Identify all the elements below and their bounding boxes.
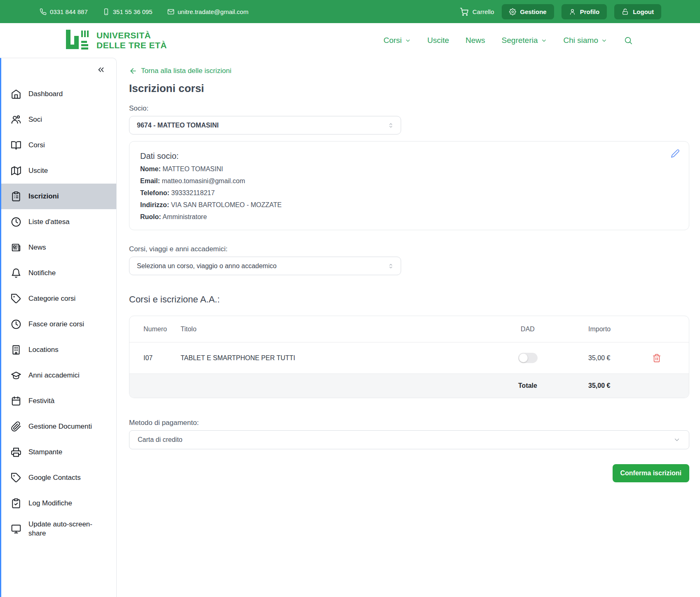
nav-label: Chi siamo (564, 36, 598, 45)
nav-segreteria[interactable]: Segreteria (502, 36, 547, 45)
clock-icon (11, 319, 21, 330)
unitre-logo-icon (66, 30, 92, 51)
dati-socio-title: Dati socio: (140, 151, 678, 161)
sidebar-item-label: Google Contacts (28, 473, 88, 482)
mobile-contact: 351 55 36 095 (103, 8, 153, 15)
topbar-actions: Carrello Gestione Profilo Logout (460, 4, 661, 19)
nav-uscite[interactable]: Uscite (428, 36, 449, 45)
book-open-icon (11, 140, 21, 151)
dati-telefono: Telefono: 393332118217 (140, 189, 678, 197)
clock-icon (11, 217, 21, 227)
sidebar-item-label: Iscrizioni (28, 192, 66, 201)
sidebar-item-soci[interactable]: Soci (1, 107, 116, 132)
sidebar-item-corsi[interactable]: Corsi (1, 132, 116, 158)
sidebar-item-dashboard[interactable]: Dashboard (1, 81, 116, 107)
back-to-list-link[interactable]: Torna alla lista delle iscrizioni (129, 67, 231, 75)
sidebar-item-label: Gestione Documenti (28, 422, 99, 431)
sidebar-item-label: Uscite (28, 166, 55, 175)
sidebar-item-log-modifiche[interactable]: Log Modifiche (1, 491, 116, 516)
cell-numero: I07 (143, 354, 181, 362)
logo[interactable]: UNIVERSITÀ DELLE TRE ETÀ (66, 30, 167, 51)
unlock-icon (622, 8, 629, 15)
dati-nome: Nome: MATTEO TOMASINI (140, 165, 678, 173)
dati-indirizzo: Indirizzo: VIA SAN BARTOLOMEO - MOZZATE (140, 201, 678, 209)
cell-importo: 35,00 € (575, 354, 637, 362)
payment-select-value: Carta di credito (138, 436, 673, 444)
contact-info: 0331 844 887 351 55 36 095 unitre.tradat… (40, 8, 249, 15)
sidebar: DashboardSociCorsiUsciteIscrizioniListe … (0, 58, 117, 597)
corso-select-placeholder: Seleziona un corso, viaggio o anno accad… (137, 262, 388, 270)
gestione-button[interactable]: Gestione (502, 4, 554, 19)
socio-select-value: 9674 - MATTEO TOMASINI (137, 122, 388, 129)
col-titolo: Titolo (181, 326, 480, 333)
sidebar-item-news[interactable]: News (1, 235, 116, 260)
profilo-button[interactable]: Profilo (561, 4, 607, 19)
logo-line1: UNIVERSITÀ (96, 31, 167, 40)
sidebar-item-label: Log Modifiche (28, 499, 80, 508)
socio-label: Socio: (129, 104, 689, 113)
trash-icon[interactable] (652, 354, 661, 363)
nav-news[interactable]: News (465, 36, 485, 45)
sidebar-item-label: Locations (28, 345, 66, 354)
dad-toggle[interactable] (518, 353, 538, 363)
profilo-label: Profilo (580, 8, 600, 15)
printer-icon (11, 447, 21, 458)
chevron-down-icon (541, 38, 547, 44)
payment-select[interactable]: Carta di credito (129, 430, 689, 449)
sidebar-item-label: Dashboard (28, 90, 70, 99)
sidebar-item-label: Update auto-screen-share (28, 520, 116, 538)
chevron-down-icon (405, 38, 411, 44)
col-importo: Importo (575, 326, 637, 333)
chevron-down-icon (673, 436, 681, 444)
back-link-label: Torna alla lista delle iscrizioni (141, 67, 231, 75)
sidebar-item-locations[interactable]: Locations (1, 337, 116, 363)
dati-email: Email: matteo.tomasini@gmail.com (140, 177, 678, 185)
graduation-cap-icon (11, 370, 21, 381)
gestione-label: Gestione (520, 8, 547, 15)
socio-select[interactable]: 9674 - MATTEO TOMASINI (129, 116, 401, 135)
sidebar-item-gestione-documenti[interactable]: Gestione Documenti (1, 414, 116, 439)
sidebar-item-label: Fasce orarie corsi (28, 320, 92, 329)
sidebar-item-iscrizioni[interactable]: Iscrizioni (1, 184, 116, 209)
sidebar-item-label: Stampante (28, 448, 70, 457)
page-title: Iscrizioni corsi (129, 82, 689, 95)
sidebar-item-uscite[interactable]: Uscite (1, 158, 116, 184)
sidebar-item-festivita[interactable]: Festività (1, 388, 116, 414)
sidebar-item-liste-attesa[interactable]: Liste d'attesa (1, 209, 116, 235)
chevron-updown-icon (388, 122, 394, 129)
sidebar-item-anni-accademici[interactable]: Anni accademici (1, 363, 116, 388)
sidebar-item-update-auto-screen-share[interactable]: Update auto-screen-share (1, 516, 116, 542)
nav-chi-siamo[interactable]: Chi siamo (564, 36, 607, 45)
clipboard-check-icon (11, 498, 21, 509)
nav-label: News (465, 36, 485, 45)
main-content: Torna alla lista delle iscrizioni Iscriz… (117, 58, 700, 597)
sidebar-item-categorie-corsi[interactable]: Categorie corsi (1, 286, 116, 311)
tag-icon (11, 472, 21, 483)
main-nav: CorsiUsciteNewsSegreteriaChi siamo (383, 36, 633, 45)
sidebar-item-label: Notifiche (28, 269, 63, 278)
collapse-sidebar-icon[interactable] (96, 65, 106, 74)
sidebar-item-stampante[interactable]: Stampante (1, 439, 116, 465)
logout-button[interactable]: Logout (614, 4, 661, 19)
corso-select[interactable]: Seleziona un corso, viaggio o anno accad… (129, 257, 401, 275)
nav-label: Segreteria (502, 36, 538, 45)
site-header: UNIVERSITÀ DELLE TRE ETÀ CorsiUsciteNews… (0, 23, 700, 58)
monitor-icon (11, 524, 21, 534)
table-row: I07 TABLET E SMARTPHONE PER TUTTI 35,00 … (129, 342, 689, 374)
table-total-row: Totale 35,00 € (129, 374, 689, 398)
user-icon (569, 8, 576, 15)
nav-corsi[interactable]: Corsi (383, 36, 411, 45)
confirm-iscrizioni-button[interactable]: Conferma iscrizioni (613, 464, 689, 482)
paperclip-icon (11, 421, 21, 432)
edit-pencil-icon[interactable] (671, 149, 680, 158)
cart-button[interactable]: Carrello (460, 7, 494, 16)
email-address: unitre.tradate@gmail.com (178, 8, 249, 15)
sidebar-item-fasce-orarie-corsi[interactable]: Fasce orarie corsi (1, 311, 116, 337)
cart-label: Carrello (472, 8, 494, 15)
sidebar-item-notifiche[interactable]: Notifiche (1, 260, 116, 286)
sidebar-item-google-contacts[interactable]: Google Contacts (1, 465, 116, 491)
search-icon[interactable] (624, 36, 633, 45)
payment-label: Metodo di pagamento: (129, 419, 689, 427)
email-contact: unitre.tradate@gmail.com (167, 8, 249, 15)
chevron-down-icon (601, 38, 607, 44)
